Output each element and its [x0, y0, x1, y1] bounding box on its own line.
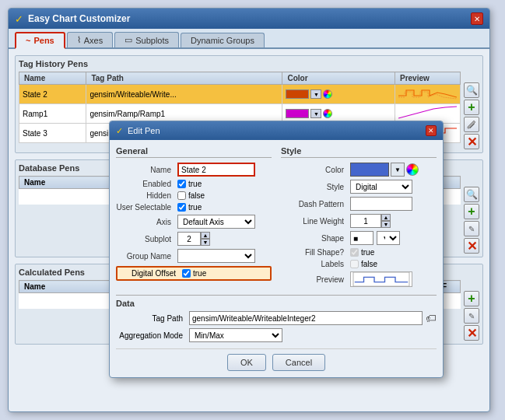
col-preview: Preview [395, 72, 461, 85]
delete-button[interactable]: ✕ [464, 134, 479, 149]
row-tagpath: gensim/Writeable/Write... [86, 85, 282, 104]
color-picker-btn[interactable] [406, 163, 419, 176]
dialog-close-button[interactable]: ✕ [426, 125, 437, 136]
db-edit-button[interactable]: ✎ [464, 221, 479, 236]
row-name: State 3 [19, 124, 86, 143]
calc-toolbar: + ✎ ✕ [464, 280, 479, 341]
enabled-checkbox[interactable] [177, 180, 186, 188]
db-search-button[interactable]: 🔍 [464, 187, 479, 202]
data-section: Data Tag Path 🏷 Aggregation Mode Min/Max [116, 295, 437, 342]
axis-select[interactable]: Default Axis [177, 215, 255, 229]
line-weight-input[interactable] [350, 214, 381, 228]
digital-offset-value: true [193, 269, 206, 278]
tab-dynamic-groups[interactable]: Dynamic Groups [181, 33, 265, 47]
db-add-button[interactable]: + [464, 204, 479, 219]
enabled-checkbox-row: true [177, 180, 202, 188]
shape-select[interactable]: ▼ [377, 231, 400, 245]
axis-row: Axis Default Axis [116, 215, 272, 229]
row-color: ▼ [282, 85, 395, 104]
color-picker-dot[interactable] [323, 89, 332, 99]
tab-subplots-icon: ▭ [124, 35, 132, 45]
svg-rect-2 [353, 272, 409, 286]
add-button[interactable]: + [464, 100, 479, 115]
sparkline-state2 [398, 86, 457, 100]
user-selectable-label: User Selectable [116, 203, 174, 212]
tab-axes-label: Axes [84, 36, 103, 45]
search-button[interactable]: 🔍 [464, 82, 479, 98]
tab-axes[interactable]: ⌇ Axes [67, 32, 113, 47]
edit-button[interactable] [464, 117, 479, 132]
spinbox-down[interactable]: ▼ [201, 239, 210, 246]
digital-offset-checkbox[interactable] [182, 269, 191, 278]
color-picker-dot[interactable] [323, 109, 332, 118]
line-weight-down[interactable]: ▼ [381, 221, 391, 228]
style-select[interactable]: Digital [350, 180, 412, 194]
cancel-button[interactable]: Cancel [272, 354, 325, 371]
ok-button[interactable]: OK [227, 354, 266, 371]
user-selectable-checkbox[interactable] [177, 203, 186, 212]
edit-pen-dialog: ✓ Edit Pen ✕ General Name Enabled tr [109, 121, 444, 378]
main-close-button[interactable]: ✕ [471, 12, 483, 25]
svg-marker-1 [468, 121, 475, 128]
dash-pattern-input[interactable] [350, 197, 412, 211]
line-weight-up[interactable]: ▲ [381, 214, 391, 221]
color-dropdown[interactable]: ▼ [310, 89, 321, 99]
color-row: Color ▼ [281, 163, 437, 177]
tab-pens[interactable]: ~ Pens [15, 32, 65, 49]
dialog-body: General Name Enabled true Hidden [110, 140, 443, 377]
calc-add-button[interactable]: + [464, 291, 479, 306]
sparkline-ramp1 [398, 106, 457, 120]
color-dropdown-btn[interactable]: ▼ [391, 163, 405, 177]
color-label: Color [281, 166, 347, 174]
color-swatch[interactable] [350, 163, 389, 177]
group-name-label: Group Name [116, 252, 174, 261]
calc-delete-button[interactable]: ✕ [464, 325, 479, 341]
shape-label: Shape [281, 234, 347, 243]
dialog-columns: General Name Enabled true Hidden [116, 146, 437, 290]
table-row[interactable]: State 2 gensim/Writeable/Write... ▼ [19, 85, 461, 104]
style-row: Style Digital [281, 180, 437, 194]
fill-shape-checkbox[interactable] [350, 248, 359, 257]
tab-subplots[interactable]: ▭ Subplots [114, 32, 179, 47]
col-color: Color [282, 72, 395, 85]
hidden-checkbox[interactable] [177, 191, 186, 200]
subplot-input[interactable] [177, 232, 201, 246]
labels-checkbox-row: false [350, 260, 377, 268]
db-toolbar: 🔍 + ✎ ✕ [464, 176, 479, 254]
fill-shape-checkbox-row: true [350, 248, 374, 257]
name-input[interactable] [177, 163, 255, 177]
tab-pens-label: Pens [33, 36, 54, 45]
line-weight-row: Line Weight ▲ ▼ [281, 214, 437, 228]
dialog-title-text: Edit Pen [128, 126, 160, 135]
subplot-label: Subplot [116, 235, 174, 243]
tag-path-input[interactable] [189, 311, 423, 325]
group-name-select[interactable] [177, 249, 255, 263]
style-section: Style Color ▼ Style Digital [281, 146, 437, 290]
digital-offset-row: Digital Offset true [116, 266, 272, 281]
color-dropdown[interactable]: ▼ [310, 109, 321, 118]
fill-shape-value: true [361, 248, 374, 257]
spinbox-up[interactable]: ▲ [201, 232, 210, 239]
db-delete-button[interactable]: ✕ [464, 238, 479, 254]
line-weight-spinbox: ▲ ▼ [350, 214, 391, 228]
shape-row: Shape ▼ [281, 231, 437, 245]
hidden-checkbox-row: false [177, 191, 205, 200]
calc-edit-button[interactable]: ✎ [464, 308, 479, 324]
color-control: ▼ [350, 163, 419, 177]
shape-input[interactable] [350, 231, 373, 245]
labels-checkbox[interactable] [350, 260, 359, 268]
dash-pattern-label: Dash Pattern [281, 200, 347, 208]
aggregation-select[interactable]: Min/Max [189, 328, 282, 342]
user-selectable-value: true [188, 203, 202, 212]
name-label: Name [116, 166, 174, 174]
enabled-value: true [188, 180, 202, 188]
row-preview [395, 85, 461, 104]
style-label: Style [281, 183, 347, 191]
tag-browse-icon[interactable]: 🏷 [426, 312, 437, 324]
line-weight-spinbox-buttons: ▲ ▼ [381, 214, 391, 228]
title-bar-left: ✓ Easy Chart Customizer [15, 13, 130, 25]
enabled-row: Enabled true [116, 180, 272, 188]
tag-history-toolbar: 🔍 + ✕ [464, 72, 479, 149]
name-row: Name [116, 163, 272, 177]
fill-shape-label: Fill Shape? [281, 248, 347, 257]
